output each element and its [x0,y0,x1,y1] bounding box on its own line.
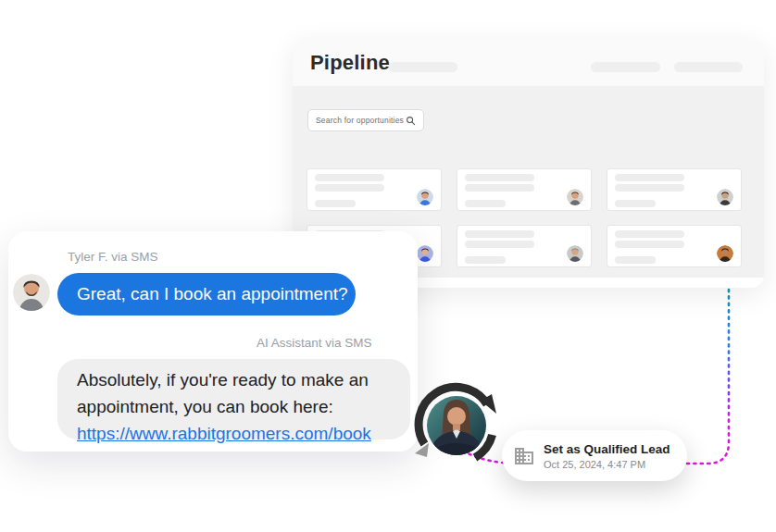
pipeline-title: Pipeline [310,51,390,75]
contact-avatar [567,189,583,205]
agent-photo [427,396,486,455]
skeleton-line [615,256,656,264]
skeleton-line [465,184,534,192]
search-icon [406,116,416,126]
ai-assistant-label: AI Assistant via SMS [257,336,372,350]
skeleton-line [615,184,684,192]
search-input[interactable]: Search for opportunities [307,109,424,131]
chip-title: Set as Qualified Lead [544,442,670,456]
opportunity-card[interactable] [607,225,742,267]
booking-link[interactable]: https://www.rabbitgroomers.com/book [77,424,371,443]
skeleton-line [465,200,506,207]
inbound-message-text: Great, can I book an appointment? [77,284,348,304]
lead-agent-avatar [410,370,503,464]
inbound-message-bubble: Great, can I book an appointment? [57,273,356,315]
skeleton-line [315,184,384,192]
skeleton-line [465,241,534,248]
search-placeholder: Search for opportunities [316,116,406,125]
opportunity-card[interactable] [457,168,592,211]
contact-label: Tyler F. via SMS [68,250,158,264]
building-icon [513,445,535,467]
set-qualified-lead-chip[interactable]: Set as Qualified Lead Oct 25, 2024, 4:47… [502,430,687,481]
customer-avatar [13,274,50,311]
contact-avatar [417,189,433,205]
contact-avatar [567,245,583,262]
chip-timestamp: Oct 25, 2024, 4:47 PM [544,459,670,470]
header-action-placeholder[interactable] [591,62,660,72]
opportunity-card[interactable] [457,225,592,267]
opportunity-card[interactable] [607,168,742,211]
pipeline-header: Pipeline [293,38,764,86]
skeleton-line [315,174,384,181]
skeleton-line [465,174,534,181]
ai-message-line1: Absolutely, if you're ready to make an [77,370,369,390]
contact-avatar [717,245,733,262]
skeleton-line [615,174,684,181]
sms-conversation-card: Tyler F. via SMS Great, can I book an ap… [8,231,418,452]
skeleton-line [315,200,356,207]
contact-avatar [417,245,433,262]
opportunity-card[interactable] [307,168,442,211]
header-action-placeholder[interactable] [674,62,743,72]
header-placeholder [389,62,457,72]
skeleton-line [615,241,684,248]
skeleton-line [615,230,684,238]
skeleton-line [465,230,534,238]
contact-avatar [717,189,733,205]
ai-message-bubble: Absolutely, if you're ready to make an a… [57,359,410,439]
skeleton-line [615,200,656,207]
skeleton-line [465,256,506,264]
stage: Search for opportunities Pipeline Tyler … [0,0,776,532]
ai-message-line2: appointment, you can book here: [77,397,333,416]
